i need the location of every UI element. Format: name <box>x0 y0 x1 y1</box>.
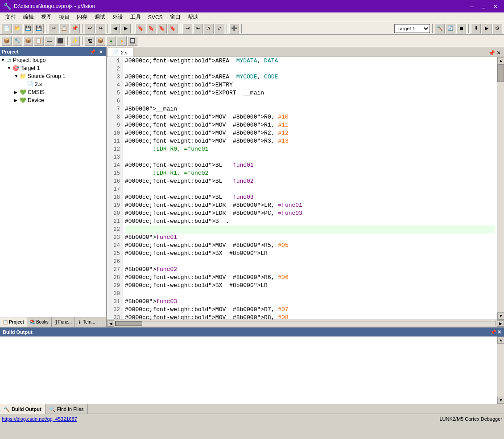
tb2-btn5[interactable]: — <box>45 36 54 46</box>
tree-item-2s[interactable]: 📄 2.s <box>0 80 106 88</box>
bo-vscroll[interactable]: ▲ ▼ <box>497 336 504 404</box>
editor-hscroll[interactable]: ◀ ▶ <box>107 320 504 327</box>
close-button[interactable]: ✕ <box>490 2 500 11</box>
code-line-11[interactable]: #0000cc;font-weight:bold">MOV #8b0000">R… <box>125 137 495 145</box>
rebuild-button[interactable]: 🔄 <box>446 24 455 33</box>
status-link[interactable]: https://blog.csdn.net/qq_45321687 <box>2 416 77 422</box>
code-line-5[interactable]: #0000cc;font-weight:bold">EXPORT __main <box>125 89 495 97</box>
code-line-20[interactable]: #0000cc;font-weight:bold">LDR #8b0000">P… <box>125 209 495 217</box>
menu-item-SVCS[interactable]: SVCS <box>145 13 166 21</box>
code-line-17[interactable] <box>125 185 495 193</box>
code-line-19[interactable]: #0000cc;font-weight:bold">LDR #8b0000">L… <box>125 201 495 209</box>
tb2-rtx-btn[interactable]: 🔲 <box>128 36 137 46</box>
code-line-15[interactable]: ;LDR R1, =func02 <box>125 169 495 177</box>
code-line-27[interactable]: #8b0000">func02 <box>125 266 495 274</box>
code-line-6[interactable] <box>125 97 495 105</box>
hscroll-track[interactable] <box>115 321 496 326</box>
code-line-3[interactable]: #0000cc;font-weight:bold">AREA MYCODE, C… <box>125 73 495 81</box>
code-line-25[interactable]: #0000cc;font-weight:bold">BX #8b0000">LR <box>125 250 495 258</box>
vscroll-up-arrow[interactable]: ▲ <box>497 57 504 64</box>
indent-button[interactable]: ⇥ <box>182 24 192 33</box>
unindent-button[interactable]: ⇤ <box>193 24 203 33</box>
code-line-8[interactable]: #0000cc;font-weight:bold">MOV #8b0000">R… <box>125 113 495 121</box>
code-line-24[interactable]: #0000cc;font-weight:bold">MOV #8b0000">R… <box>125 242 495 250</box>
tb2-green1-btn[interactable]: ♦ <box>106 36 116 46</box>
vscroll-down-arrow[interactable]: ▼ <box>497 312 504 320</box>
new-file-button[interactable]: 📄 <box>2 24 12 33</box>
tree-item-target[interactable]: ▼ 🎯 Target 1 <box>0 64 106 72</box>
code-line-7[interactable]: #8b0000">__main <box>125 105 495 113</box>
tb2-wand-btn[interactable]: ✨ <box>70 36 80 46</box>
editor-tab-2s[interactable]: 📄 2.s <box>107 48 133 57</box>
code-line-14[interactable]: #0000cc;font-weight:bold">BL func01 <box>125 161 495 169</box>
tb2-btn4[interactable]: 📋 <box>34 36 44 46</box>
menu-item-视图[interactable]: 视图 <box>37 12 55 22</box>
redo-button[interactable]: ↪ <box>95 24 105 33</box>
code-line-4[interactable]: #0000cc;font-weight:bold">ENTRY <box>125 81 495 89</box>
tb2-btn2[interactable]: 🔧 <box>12 36 22 46</box>
download-button[interactable]: ⬇ <box>471 24 481 33</box>
insert-button[interactable]: ➕ <box>229 24 239 33</box>
code-line-18[interactable]: #0000cc;font-weight:bold">BL func03 <box>125 193 495 201</box>
code-line-16[interactable]: #0000cc;font-weight:bold">BL func02 <box>125 177 495 185</box>
vscroll-track[interactable] <box>497 64 504 312</box>
code-line-29[interactable]: #0000cc;font-weight:bold">BX #8b0000">LR <box>125 282 495 290</box>
bookmark4-button[interactable]: 🔖 <box>168 24 178 33</box>
tab-temp[interactable]: 🌡 Tem... <box>75 317 98 327</box>
options-button[interactable]: ⚙ <box>492 24 502 33</box>
code-line-32[interactable]: #0000cc;font-weight:bold">MOV #8b0000">R… <box>125 306 495 314</box>
tab-books[interactable]: 📚 Books <box>27 317 52 327</box>
output-tab-find[interactable]: 🔍 Find In Files <box>45 404 88 414</box>
save-button[interactable]: 💾 <box>23 24 33 33</box>
hscroll-left-arrow[interactable]: ◀ <box>107 320 114 327</box>
build-target-button[interactable]: 🔨 <box>435 24 445 33</box>
tab-funcs[interactable]: {} Func... <box>52 317 75 327</box>
bookmark-button[interactable]: 🔖 <box>136 24 145 33</box>
menu-item-项目[interactable]: 项目 <box>55 12 73 22</box>
build-output-close-btn[interactable]: ✕ <box>497 329 501 335</box>
open-button[interactable]: 📂 <box>12 24 22 33</box>
menu-item-帮助[interactable]: 帮助 <box>184 12 202 22</box>
copy-button[interactable]: 📋 <box>59 24 69 33</box>
nav-forward-button[interactable]: ▶ <box>121 24 131 33</box>
menu-item-文件[interactable]: 文件 <box>2 12 20 22</box>
code-line-9[interactable]: #0000cc;font-weight:bold">MOV #8b0000">R… <box>125 121 495 129</box>
menu-item-窗口[interactable]: 窗口 <box>166 12 184 22</box>
tb2-pkg-btn[interactable]: 📦 <box>95 36 105 46</box>
tb2-btn3[interactable]: 📦 <box>23 36 33 46</box>
menu-item-编辑[interactable]: 编辑 <box>20 12 37 22</box>
tb2-green2-btn[interactable]: ♦ <box>117 36 127 46</box>
code-line-22[interactable] <box>125 226 495 234</box>
tree-item-device[interactable]: ▶ 💚 Device <box>0 96 106 104</box>
code-line-30[interactable] <box>125 290 495 298</box>
save-all-button[interactable]: 💾 <box>34 24 44 33</box>
code-line-2[interactable] <box>125 65 495 73</box>
stop-build-button[interactable]: ⏹ <box>456 24 466 33</box>
tb2-btn1[interactable]: 📦 <box>2 36 12 46</box>
code-line-1[interactable]: #0000cc;font-weight:bold">AREA MYDATA, D… <box>125 57 495 65</box>
project-pin-btn[interactable]: 📌 <box>89 48 96 55</box>
editor-vscroll[interactable]: ▲ ▼ <box>497 57 504 320</box>
nav-back-button[interactable]: ◀ <box>110 24 120 33</box>
code-editor[interactable]: 1234567891011121314151617181920212223242… <box>107 57 497 320</box>
code-line-28[interactable]: #0000cc;font-weight:bold">MOV #8b0000">R… <box>125 274 495 282</box>
tree-item-sourcegroup[interactable]: ▼ 📁 Source Group 1 <box>0 72 106 80</box>
output-tab-build[interactable]: 🔨 Build Output <box>0 404 45 414</box>
code-line-12[interactable]: ;LDR R0, =func01 <box>125 145 495 153</box>
menu-item-闪存[interactable]: 闪存 <box>73 12 91 22</box>
vscroll-thumb[interactable] <box>497 64 504 82</box>
start-debug-button[interactable]: ▶ <box>482 24 492 33</box>
code-line-23[interactable]: #8b0000">func01 <box>125 234 495 242</box>
editor-close-btn[interactable]: ✕ <box>495 49 502 57</box>
menu-item-调试[interactable]: 调试 <box>91 12 109 22</box>
comment-button[interactable]: // <box>204 24 214 33</box>
build-output-content[interactable] <box>0 336 497 404</box>
bookmark3-button[interactable]: 🔖 <box>157 24 167 33</box>
paste-button[interactable]: 📌 <box>70 24 80 33</box>
hscroll-thumb[interactable] <box>116 321 142 326</box>
hscroll-right-arrow[interactable]: ▶ <box>497 320 504 327</box>
project-close-btn[interactable]: ✕ <box>97 48 104 55</box>
tb2-project-btn[interactable]: 🏗 <box>85 36 95 46</box>
code-line-31[interactable]: #8b0000">func03 <box>125 298 495 306</box>
tree-item-cmsis[interactable]: ▶ 💚 CMSIS <box>0 88 106 96</box>
